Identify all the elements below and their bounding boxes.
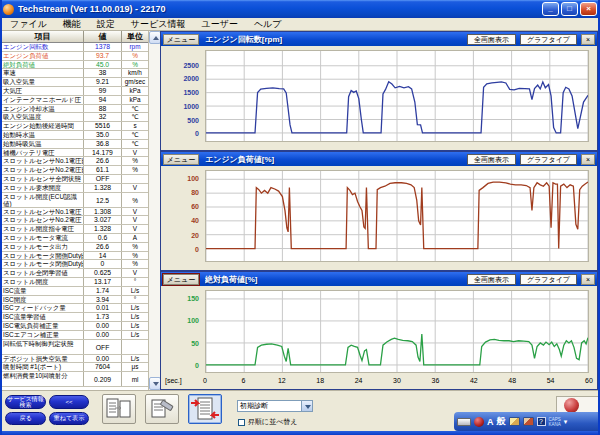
diagnosis-mode-value: 初期診断: [238, 401, 301, 411]
ime-tool-icon[interactable]: [509, 417, 520, 426]
parameter-value: 26.6: [84, 157, 122, 165]
menu-item[interactable]: 機能: [55, 18, 89, 31]
table-scrollbar[interactable]: [148, 31, 160, 390]
table-row[interactable]: 噴射時間 #1(ポート)7604μs: [2, 363, 148, 372]
back-nav-button[interactable]: <<: [49, 395, 89, 409]
table-row[interactable]: スロットルセンサNo.2電圧比61.1%: [2, 166, 148, 175]
table-row[interactable]: スロットルセンサNo.1電圧1.308V: [2, 208, 148, 217]
table-row[interactable]: デポジット損失空気量0.00L/s: [2, 355, 148, 364]
chart-menu-button[interactable]: メニュー: [163, 274, 199, 285]
table-row[interactable]: ISC開度3.94°: [2, 296, 148, 305]
table-row[interactable]: スロットル開度指令電圧1.328V: [2, 225, 148, 234]
y-tick-label: 1500: [183, 88, 199, 97]
diagnosis-mode-select[interactable]: 初期診断: [237, 400, 313, 412]
table-row[interactable]: スロットルセンサ全閉状態OFF: [2, 175, 148, 184]
table-row[interactable]: スロットルモータ出力26.6%: [2, 243, 148, 252]
table-row[interactable]: 車速38km/h: [2, 69, 148, 78]
overlay-display-button[interactable]: 重ねて表示: [49, 412, 89, 425]
table-row[interactable]: 始動時水温35.0℃: [2, 131, 148, 140]
table-row[interactable]: スロットル要求開度1.328V: [2, 184, 148, 193]
x-axis-ticks: 06121824303642485460: [205, 377, 589, 388]
table-row[interactable]: エンジン回転数1378rpm: [2, 43, 148, 52]
ime-language-bar[interactable]: A 般 ? CAPS KANA ▾: [454, 412, 600, 431]
table-row[interactable]: インテークマニホールド圧94kPa: [2, 96, 148, 105]
sort-ascending-option[interactable]: 昇順に並べ替え: [238, 417, 298, 427]
fullscreen-button[interactable]: 全画面表示: [467, 274, 516, 285]
parameter-unit: [122, 340, 148, 354]
table-row[interactable]: スロットル全閉学習値0.625V: [2, 269, 148, 278]
chart-close-button[interactable]: ×: [581, 274, 595, 285]
table-row[interactable]: エンジン冷却水温88℃: [2, 105, 148, 114]
menu-item[interactable]: 設定: [89, 18, 123, 31]
table-row[interactable]: ISC流量1.74L/s: [2, 287, 148, 296]
chart-menu-button[interactable]: メニュー: [163, 154, 199, 165]
table-row[interactable]: 吸入空気量9.21gm/sec: [2, 78, 148, 87]
ime-conversion-mode[interactable]: 般: [497, 415, 506, 428]
table-row[interactable]: エンジン始動後経過時間5516s: [2, 122, 148, 131]
table-row[interactable]: 回転低下時制御判定状態OFF: [2, 340, 148, 355]
sort-reorder-button[interactable]: [188, 394, 222, 424]
table-row[interactable]: スロットルモータ開側Duty比14%: [2, 252, 148, 261]
techstream-window: Techstream (Ver 11.00.019) - 22170 _ □ ×…: [0, 0, 600, 435]
graph-type-button[interactable]: グラフタイプ: [520, 34, 577, 45]
menu-item[interactable]: ヘルプ: [246, 18, 290, 31]
keyboard-icon[interactable]: [457, 418, 471, 426]
graph-type-button[interactable]: グラフタイプ: [520, 154, 577, 165]
table-row[interactable]: ISCフィードバック量0.01L/s: [2, 304, 148, 313]
ime-orb-icon[interactable]: [474, 417, 484, 427]
table-row[interactable]: 絶対負荷値45.0%: [2, 61, 148, 70]
column-header-value[interactable]: 値: [84, 31, 122, 42]
fullscreen-button[interactable]: 全画面表示: [467, 34, 516, 45]
parameter-name: 吸入空気温度: [2, 113, 84, 121]
table-row[interactable]: エンジン負荷値93.7%: [2, 52, 148, 61]
table-row[interactable]: 大気圧99kPa: [2, 87, 148, 96]
parameter-name: エンジン回転数: [2, 43, 84, 51]
graph-type-button[interactable]: グラフタイプ: [520, 274, 577, 285]
chart-close-button[interactable]: ×: [581, 34, 595, 45]
table-row[interactable]: スロットルセンサNo.1電圧比26.6%: [2, 157, 148, 166]
table-row[interactable]: 始動時吸気温36.8℃: [2, 140, 148, 149]
table-row[interactable]: スロットルセンサNo.2電圧3.027V: [2, 216, 148, 225]
parameter-name: 始動時水温: [2, 131, 84, 139]
table-row[interactable]: ISC流量学習値1.73L/s: [2, 313, 148, 322]
close-button[interactable]: ×: [580, 2, 597, 16]
maximize-button[interactable]: □: [561, 2, 578, 16]
dropdown-arrow-icon[interactable]: [301, 401, 312, 411]
table-row[interactable]: スロットルモータ電流0.6A: [2, 234, 148, 243]
dual-list-view-button[interactable]: [102, 394, 136, 424]
menu-item[interactable]: サービス情報: [123, 18, 194, 31]
x-tick-label: 48: [508, 377, 516, 384]
menu-item[interactable]: ユーザー: [193, 18, 245, 31]
chart-title: 絶対負荷値[%]: [205, 274, 463, 285]
ime-help-icon[interactable]: ?: [537, 417, 546, 426]
table-row[interactable]: 燃料消費量10回噴射分0.209ml: [2, 372, 148, 387]
return-button[interactable]: 戻る: [5, 412, 46, 425]
table-row[interactable]: 補機バッテリ電圧14.179V: [2, 149, 148, 158]
table-row[interactable]: スロットル開度13.17°: [2, 278, 148, 287]
column-header-item[interactable]: 項目: [2, 31, 84, 42]
record-snapshot-button[interactable]: [145, 394, 179, 424]
y-tick-label: 20: [191, 231, 199, 240]
table-row[interactable]: スロットル開度(ECU認識値)12.5%: [2, 193, 148, 208]
chart-close-button[interactable]: ×: [581, 154, 595, 165]
menu-item[interactable]: ファイル: [2, 18, 55, 31]
column-header-unit[interactable]: 単位: [122, 31, 148, 42]
table-row[interactable]: ISCエアコン補正量0.00L/s: [2, 331, 148, 340]
fullscreen-button[interactable]: 全画面表示: [467, 154, 516, 165]
table-header: 項目 値 単位: [2, 31, 148, 43]
parameter-unit: V: [122, 149, 148, 157]
dual-list-icon: [103, 395, 135, 423]
service-info-search-button[interactable]: サービス情報検索: [5, 395, 46, 409]
ime-minimize-icon[interactable]: ▾: [564, 418, 568, 426]
ime-input-mode[interactable]: A: [487, 417, 494, 427]
parameter-name: デポジット損失空気量: [2, 355, 84, 363]
chart-menu-button[interactable]: メニュー: [163, 34, 199, 45]
ime-pad-icon[interactable]: [523, 417, 534, 426]
minimize-button[interactable]: _: [542, 2, 559, 16]
table-row[interactable]: スロットルモータ閉側Duty比0%: [2, 260, 148, 269]
table-row[interactable]: ISC電気負荷補正量0.00L/s: [2, 322, 148, 331]
parameter-name: ISCフィードバック量: [2, 304, 84, 312]
table-row[interactable]: 吸入空気温度32℃: [2, 113, 148, 122]
x-tick-label: 24: [355, 377, 363, 384]
sort-ascending-checkbox[interactable]: [238, 419, 245, 426]
